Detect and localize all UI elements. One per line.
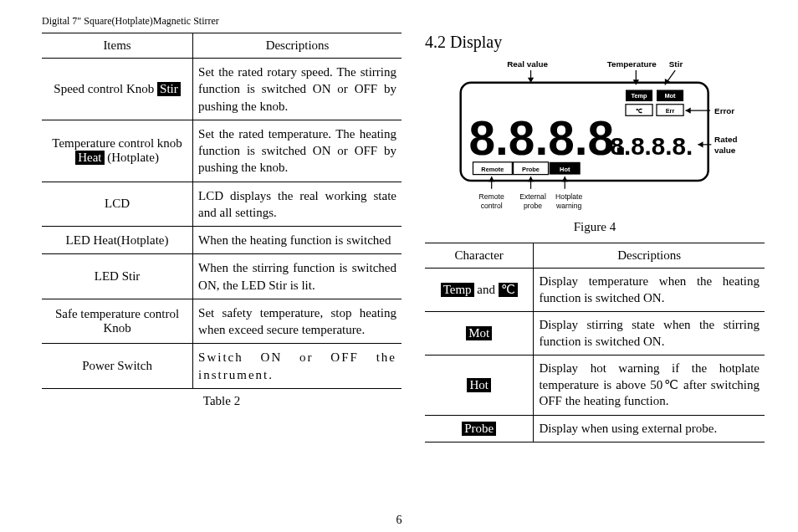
label-error: Error [714, 106, 734, 115]
svg-text:Err: Err [666, 107, 675, 115]
stir-badge: Stir [157, 82, 181, 96]
figure-caption: Figure 4 [574, 220, 616, 234]
svg-marker-14 [698, 141, 703, 147]
svg-marker-12 [686, 107, 691, 113]
temp-badge: Temp [441, 283, 474, 297]
label-remote-2: control [481, 202, 503, 210]
table-row: Probe Display when using external probe. [425, 415, 765, 442]
t2-head-items: Items [42, 33, 193, 59]
table-3: Character Descriptions Temp and ℃ Displa… [425, 243, 765, 442]
heat-badge: Heat [75, 151, 104, 165]
page-header: Digital 7" Square(Hotplate)Magnetic Stir… [42, 15, 765, 28]
table-row: Temperature control knob Heat (Hotplate)… [42, 120, 402, 182]
table-row: LED Stir When the stirring function is s… [42, 254, 402, 299]
big-digits: 8.8.8.8. [469, 112, 627, 165]
label-external-2: probe [524, 202, 542, 210]
table-row: LED Heat(Hotplate) When the heating func… [42, 227, 402, 254]
svg-text:℃: ℃ [636, 107, 642, 115]
t3-head-desc: Descriptions [534, 243, 765, 269]
label-remote-1: Remote [479, 192, 504, 201]
label-rated-2: value [714, 146, 736, 155]
left-column: Items Descriptions Speed control Knob St… [42, 33, 402, 442]
svg-text:Remote: Remote [481, 166, 504, 173]
label-real-value: Real value [507, 59, 548, 69]
c-badge: ℃ [499, 283, 518, 297]
table-2-caption: Table 2 [42, 389, 402, 408]
label-hotplate-1: Hotplate [555, 192, 582, 201]
svg-marker-21 [528, 176, 534, 182]
label-external-1: External [519, 192, 546, 201]
t3-head-char: Character [425, 243, 534, 269]
page-number: 6 [0, 514, 798, 527]
svg-text:Probe: Probe [522, 166, 540, 173]
section-title: 4.2 Display [425, 33, 765, 52]
table-row: LCD LCD displays the real working state … [42, 182, 402, 227]
table-row: Mot Display stirring state when the stir… [425, 312, 765, 356]
mot-badge: Mot [466, 326, 492, 340]
hot-badge: Hot [467, 378, 491, 392]
table-row: Power Switch Switch ON or OFF the instru… [42, 344, 402, 389]
svg-text:Hot: Hot [560, 166, 570, 173]
svg-marker-19 [489, 176, 494, 182]
small-digits: 8.8.8.8. [610, 132, 693, 160]
table-row: Hot Display hot warning if the hotplate … [425, 356, 765, 416]
table-row: Speed control Knob Stir Set the rated ro… [42, 59, 402, 120]
svg-text:Mot: Mot [664, 92, 676, 100]
label-rated-1: Rated [714, 135, 737, 144]
label-hotplate-2: warning [555, 202, 581, 210]
table-2: Items Descriptions Speed control Knob St… [42, 33, 402, 389]
svg-text:Temp: Temp [631, 92, 647, 100]
svg-marker-23 [562, 176, 568, 182]
t2-head-desc: Descriptions [193, 33, 402, 59]
right-column: 4.2 Display Real value Temperature Stir [425, 33, 765, 442]
label-temperature: Temperature [607, 59, 657, 69]
table-row: Temp and ℃ Display temperature when the … [425, 269, 765, 312]
table-row: Safe temperature control Knob Set safety… [42, 299, 402, 344]
label-stir: Stir [669, 59, 683, 69]
display-figure: Real value Temperature Stir Temp [440, 57, 749, 217]
probe-badge: Probe [462, 422, 496, 436]
